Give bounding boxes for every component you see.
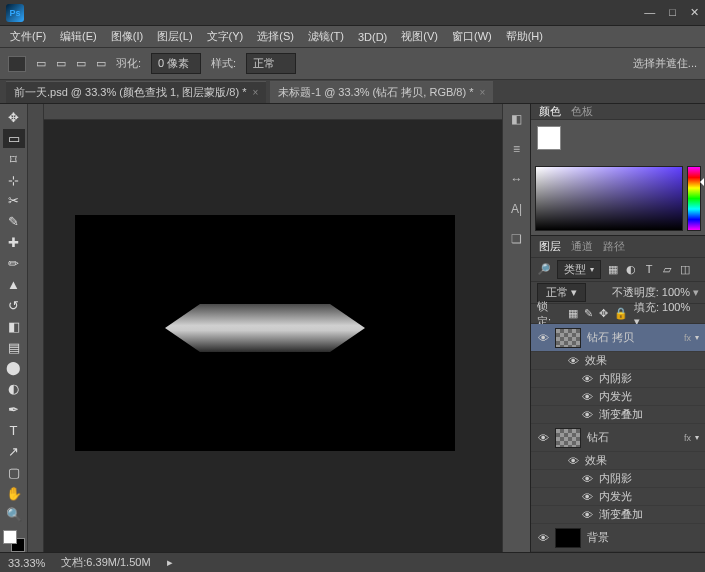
move-tool[interactable]: ✥ xyxy=(3,108,25,127)
layers-list[interactable]: 👁钻石 拷贝fx ▾👁效果👁内阴影👁内发光👁渐变叠加👁钻石fx ▾👁效果👁内阴影… xyxy=(531,324,705,552)
layer-effect[interactable]: 👁渐变叠加 xyxy=(531,406,705,424)
tab-swatches[interactable]: 色板 xyxy=(571,104,593,119)
marquee-add-icon[interactable]: ▭ xyxy=(56,57,66,70)
menu-view[interactable]: 视图(V) xyxy=(395,27,444,46)
lock-all-icon[interactable]: 🔒 xyxy=(614,307,628,320)
visibility-icon[interactable]: 👁 xyxy=(581,473,593,485)
menu-type[interactable]: 文字(Y) xyxy=(201,27,250,46)
filter-pixel-icon[interactable]: ▦ xyxy=(607,263,619,276)
doc-tab-1[interactable]: 未标题-1 @ 33.3% (钻石 拷贝, RGB/8) *× xyxy=(270,81,493,103)
refine-edge-button[interactable]: 选择并遮住... xyxy=(633,56,697,71)
ruler-horizontal[interactable] xyxy=(28,104,502,120)
crop-tool[interactable]: ✂ xyxy=(3,192,25,211)
style-select[interactable]: 正常 xyxy=(246,53,296,74)
current-color-swatch[interactable] xyxy=(537,126,561,150)
layer-effect[interactable]: 👁效果 xyxy=(531,452,705,470)
pen-tool[interactable]: ✒ xyxy=(3,400,25,419)
history-brush-tool[interactable]: ↺ xyxy=(3,296,25,315)
visibility-icon[interactable]: 👁 xyxy=(567,455,579,467)
opacity-value[interactable]: 100% xyxy=(662,286,690,298)
panel-icon-1[interactable]: ≡ xyxy=(508,140,526,158)
zoom-tool[interactable]: 🔍 xyxy=(3,505,25,524)
tool-preset[interactable] xyxy=(8,56,26,72)
artboard[interactable] xyxy=(75,215,455,451)
hue-slider[interactable] xyxy=(687,166,701,231)
layer-effect[interactable]: 👁渐变叠加 xyxy=(531,506,705,524)
fill-value[interactable]: 100% xyxy=(662,301,690,313)
hand-tool[interactable]: ✋ xyxy=(3,484,25,503)
blur-tool[interactable]: ⬤ xyxy=(3,359,25,378)
layer-thumb[interactable] xyxy=(555,428,581,448)
filter-smart-icon[interactable]: ◫ xyxy=(679,263,691,276)
filter-search-icon[interactable]: 🔎 xyxy=(537,263,551,276)
eyedropper-tool[interactable]: ✎ xyxy=(3,212,25,231)
layer-effect[interactable]: 👁内发光 xyxy=(531,488,705,506)
shape-tool[interactable]: ▢ xyxy=(3,463,25,482)
foreground-color[interactable] xyxy=(3,530,17,544)
visibility-icon[interactable]: 👁 xyxy=(581,509,593,521)
filter-shape-icon[interactable]: ▱ xyxy=(661,263,673,276)
marquee-tool[interactable]: ▭ xyxy=(3,129,25,148)
wand-tool[interactable]: ⊹ xyxy=(3,171,25,190)
layer-row[interactable]: 👁钻石 拷贝fx ▾ xyxy=(531,324,705,352)
lasso-tool[interactable]: ⌑ xyxy=(3,150,25,169)
menu-edit[interactable]: 编辑(E) xyxy=(54,27,103,46)
menu-3d[interactable]: 3D(D) xyxy=(352,29,393,45)
visibility-icon[interactable]: 👁 xyxy=(537,432,549,444)
panel-icon-3[interactable]: A| xyxy=(508,200,526,218)
menu-file[interactable]: 文件(F) xyxy=(4,27,52,46)
tab-paths[interactable]: 路径 xyxy=(603,239,625,254)
type-tool[interactable]: T xyxy=(3,421,25,440)
visibility-icon[interactable]: 👁 xyxy=(537,532,549,544)
fg-bg-swatch[interactable] xyxy=(3,530,25,553)
visibility-icon[interactable]: 👁 xyxy=(567,355,579,367)
fx-badge[interactable]: fx ▾ xyxy=(684,433,699,443)
filter-adjust-icon[interactable]: ◐ xyxy=(625,263,637,276)
gradient-tool[interactable]: ▤ xyxy=(3,338,25,357)
marquee-int-icon[interactable]: ▭ xyxy=(96,57,106,70)
layer-row[interactable]: 👁钻石fx ▾ xyxy=(531,424,705,452)
lock-trans-icon[interactable]: ▦ xyxy=(568,307,578,320)
layer-thumb[interactable] xyxy=(555,328,581,348)
tab-layers[interactable]: 图层 xyxy=(539,239,561,254)
menu-select[interactable]: 选择(S) xyxy=(251,27,300,46)
filter-type-select[interactable]: 类型 ▾ xyxy=(557,260,601,279)
feather-input[interactable]: 0 像素 xyxy=(151,53,201,74)
layer-effect[interactable]: 👁效果 xyxy=(531,352,705,370)
sv-field[interactable] xyxy=(535,166,683,231)
panel-icon-2[interactable]: ↔ xyxy=(508,170,526,188)
brush-tool[interactable]: ✏ xyxy=(3,254,25,273)
tab-channels[interactable]: 通道 xyxy=(571,239,593,254)
minimize-button[interactable]: — xyxy=(644,6,655,19)
marquee-sub-icon[interactable]: ▭ xyxy=(76,57,86,70)
panel-icon-0[interactable]: ◧ xyxy=(508,110,526,128)
tab-color[interactable]: 颜色 xyxy=(539,104,561,119)
layer-row[interactable]: 👁背景 xyxy=(531,524,705,552)
zoom-level[interactable]: 33.33% xyxy=(8,557,45,569)
menu-help[interactable]: 帮助(H) xyxy=(500,27,549,46)
eraser-tool[interactable]: ◧ xyxy=(3,317,25,336)
visibility-icon[interactable]: 👁 xyxy=(581,373,593,385)
lock-paint-icon[interactable]: ✎ xyxy=(584,307,593,320)
visibility-icon[interactable]: 👁 xyxy=(581,409,593,421)
marquee-new-icon[interactable]: ▭ xyxy=(36,57,46,70)
layer-thumb[interactable] xyxy=(555,528,581,548)
visibility-icon[interactable]: 👁 xyxy=(581,391,593,403)
menu-layer[interactable]: 图层(L) xyxy=(151,27,198,46)
dodge-tool[interactable]: ◐ xyxy=(3,379,25,398)
visibility-icon[interactable]: 👁 xyxy=(581,491,593,503)
status-chevron-icon[interactable]: ▸ xyxy=(167,556,173,569)
lock-pos-icon[interactable]: ✥ xyxy=(599,307,608,320)
close-icon[interactable]: × xyxy=(252,87,258,98)
menu-window[interactable]: 窗口(W) xyxy=(446,27,498,46)
close-icon[interactable]: × xyxy=(479,87,485,98)
filter-type-icon[interactable]: T xyxy=(643,263,655,276)
ruler-vertical[interactable] xyxy=(28,104,44,552)
close-button[interactable]: ✕ xyxy=(690,6,699,19)
canvas-area[interactable] xyxy=(28,104,502,552)
layer-effect[interactable]: 👁内阴影 xyxy=(531,470,705,488)
layer-effect[interactable]: 👁内发光 xyxy=(531,388,705,406)
doc-tab-0[interactable]: 前一天.psd @ 33.3% (颜色查找 1, 图层蒙版/8) *× xyxy=(6,81,266,103)
heal-tool[interactable]: ✚ xyxy=(3,233,25,252)
layer-effect[interactable]: 👁内阴影 xyxy=(531,370,705,388)
